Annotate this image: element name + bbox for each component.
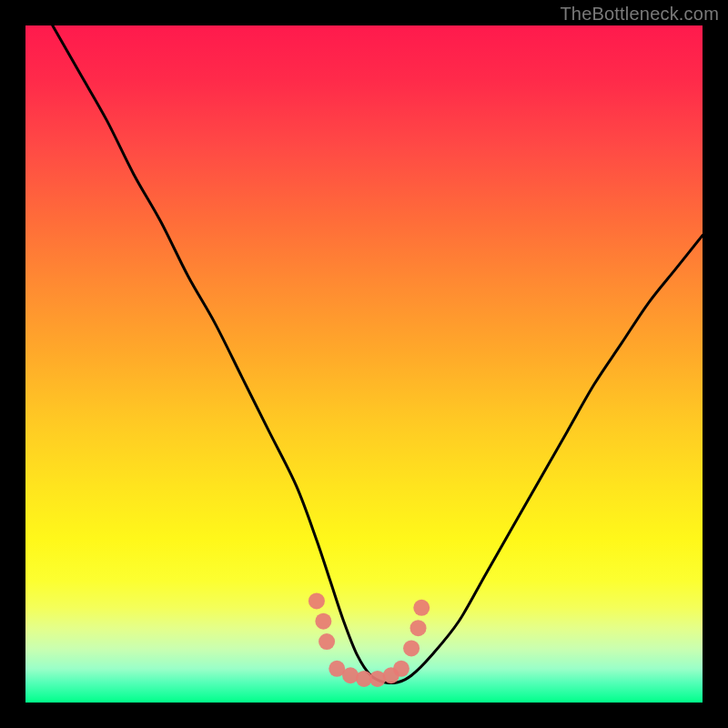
bottom-cluster-markers xyxy=(308,592,430,687)
svg-point-1 xyxy=(315,613,331,630)
svg-point-2 xyxy=(318,633,335,650)
svg-point-8 xyxy=(393,661,410,677)
bottleneck-curve xyxy=(53,25,703,683)
chart-svg xyxy=(25,25,703,703)
chart-frame: TheBottleneck.com xyxy=(0,0,728,728)
svg-point-11 xyxy=(413,600,430,616)
watermark-text: TheBottleneck.com xyxy=(560,4,719,25)
plot-area xyxy=(25,25,703,703)
svg-point-9 xyxy=(403,640,420,656)
svg-point-10 xyxy=(410,620,427,636)
svg-point-0 xyxy=(308,592,325,609)
